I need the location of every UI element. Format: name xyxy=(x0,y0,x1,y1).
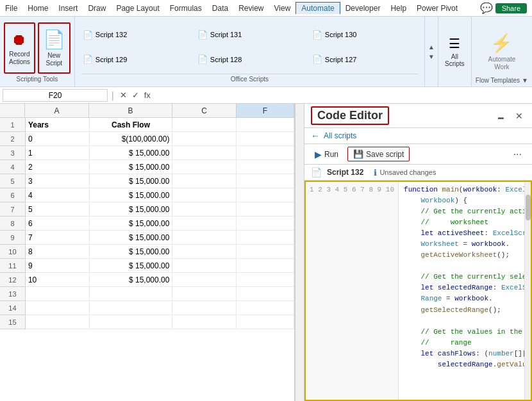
menu-automate[interactable]: Automate xyxy=(295,2,340,14)
script-129[interactable]: 📄 Script 129 xyxy=(81,54,188,65)
cell-b7[interactable]: $ 15,000.00 xyxy=(90,202,173,217)
cell-f2[interactable] xyxy=(237,132,294,146)
cell-a2[interactable]: 0 xyxy=(26,132,90,146)
col-header-f[interactable]: F xyxy=(237,104,294,118)
table-row[interactable]: 64$ 15,000.00 xyxy=(0,188,294,202)
cell-c7[interactable] xyxy=(172,202,237,217)
code-scrollbar[interactable] xyxy=(524,182,531,400)
cell-a12[interactable]: 10 xyxy=(26,273,90,287)
cell-c5[interactable] xyxy=(172,174,237,188)
menu-help[interactable]: Help xyxy=(385,2,411,15)
cell-a8[interactable]: 6 xyxy=(26,217,90,231)
cell-a3[interactable]: 1 xyxy=(26,146,90,160)
cell-f4[interactable] xyxy=(237,160,294,174)
cell-b5[interactable]: $ 15,000.00 xyxy=(90,174,173,188)
menu-home[interactable]: Home xyxy=(22,2,53,15)
cell-f12[interactable] xyxy=(237,273,294,287)
table-row[interactable]: 97$ 15,000.00 xyxy=(0,231,294,245)
cell-c3[interactable] xyxy=(172,146,237,160)
formula-input[interactable] xyxy=(155,90,529,101)
cell-b9[interactable]: $ 15,000.00 xyxy=(90,231,173,245)
cell-a9[interactable]: 7 xyxy=(26,231,90,245)
cell-a4[interactable]: 2 xyxy=(26,160,90,174)
cell-a14[interactable] xyxy=(26,301,90,315)
cell-a13[interactable] xyxy=(26,287,90,301)
code-area[interactable]: 1 2 3 4 5 6 7 8 9 10 function main(workb… xyxy=(304,181,532,401)
minimize-icon[interactable]: 🗕 xyxy=(494,110,508,122)
cell-f10[interactable] xyxy=(237,245,294,259)
script-128[interactable]: 📄 Script 128 xyxy=(196,54,303,65)
col-header-a[interactable]: A xyxy=(25,104,89,118)
script-132[interactable]: 📄 Script 132 xyxy=(81,29,188,40)
table-row[interactable]: 31$ 15,000.00 xyxy=(0,146,294,160)
cell-f9[interactable] xyxy=(237,231,294,245)
cell-b10[interactable]: $ 15,000.00 xyxy=(90,245,173,259)
menu-formulas[interactable]: Formulas xyxy=(165,2,207,15)
cell-f6[interactable] xyxy=(237,188,294,202)
table-row[interactable]: 15 xyxy=(0,315,294,329)
table-row[interactable]: 1210$ 15,000.00 xyxy=(0,273,294,287)
cell-f15[interactable] xyxy=(237,315,294,329)
automate-work-button[interactable]: ⚡ AutomateWork xyxy=(485,27,518,77)
cell-b11[interactable]: $ 15,000.00 xyxy=(90,259,173,273)
table-row[interactable]: 119$ 15,000.00 xyxy=(0,259,294,273)
cell-f3[interactable] xyxy=(237,146,294,160)
close-icon[interactable]: ✕ xyxy=(513,110,526,122)
cell-a5[interactable]: 3 xyxy=(26,174,90,188)
back-arrow-icon[interactable]: ← xyxy=(311,131,320,141)
cell-a6[interactable]: 4 xyxy=(26,188,90,202)
menu-developer[interactable]: Developer xyxy=(340,2,386,15)
cell-f13[interactable] xyxy=(237,287,294,301)
share-button[interactable]: Share xyxy=(495,3,527,13)
cell-b6[interactable]: $ 15,000.00 xyxy=(90,188,173,202)
menu-power-pivot[interactable]: Power Pivot xyxy=(411,2,463,15)
cell-b4[interactable]: $ 15,000.00 xyxy=(90,160,173,174)
scroll-up-arrow[interactable]: ▲ xyxy=(426,42,436,52)
cell-a15[interactable] xyxy=(26,315,90,329)
menu-page-layout[interactable]: Page Layout xyxy=(111,2,164,15)
script-127[interactable]: 📄 Script 127 xyxy=(311,54,418,65)
table-row[interactable]: 86$ 15,000.00 xyxy=(0,217,294,231)
table-row[interactable]: 53$ 15,000.00 xyxy=(0,174,294,188)
cell-c10[interactable] xyxy=(172,245,237,259)
cell-f11[interactable] xyxy=(237,259,294,273)
cell-b3[interactable]: $ 15,000.00 xyxy=(90,146,173,160)
table-row[interactable]: 42$ 15,000.00 xyxy=(0,160,294,174)
menu-review[interactable]: Review xyxy=(233,2,269,15)
scroll-down-arrow[interactable]: ▼ xyxy=(426,52,436,61)
cell-c8[interactable] xyxy=(172,217,237,231)
cell-c12[interactable] xyxy=(172,273,237,287)
cell-a11[interactable]: 9 xyxy=(26,259,90,273)
cell-b12[interactable]: $ 15,000.00 xyxy=(90,273,173,287)
cell-b1[interactable]: Cash Flow xyxy=(90,118,173,132)
cell-f14[interactable] xyxy=(237,301,294,315)
cell-f5[interactable] xyxy=(237,174,294,188)
cell-a7[interactable]: 5 xyxy=(26,202,90,217)
vertical-scrollbar[interactable] xyxy=(295,104,304,401)
cell-c6[interactable] xyxy=(172,188,237,202)
cell-f7[interactable] xyxy=(237,202,294,217)
more-options-button[interactable]: ··· xyxy=(510,147,526,161)
menu-file[interactable]: File xyxy=(0,2,22,15)
cell-f8[interactable] xyxy=(237,217,294,231)
cell-b2[interactable]: $(100,000.00) xyxy=(90,132,173,146)
cell-a10[interactable]: 8 xyxy=(26,245,90,259)
menu-view[interactable]: View xyxy=(269,2,296,15)
menu-insert[interactable]: Insert xyxy=(53,2,83,15)
comment-icon[interactable]: 💬 xyxy=(480,2,493,14)
cell-c4[interactable] xyxy=(172,160,237,174)
col-header-b[interactable]: B xyxy=(89,104,172,118)
cell-f1[interactable] xyxy=(237,118,294,132)
cell-b13[interactable] xyxy=(90,287,173,301)
all-scripts-nav-link[interactable]: All scripts xyxy=(324,131,356,140)
new-script-button[interactable]: 📄 NewScript xyxy=(38,22,71,74)
run-button[interactable]: ▶ Run xyxy=(311,148,342,161)
table-row[interactable]: 75$ 15,000.00 xyxy=(0,202,294,217)
table-row[interactable]: 1YearsCash Flow xyxy=(0,118,294,132)
cell-b14[interactable] xyxy=(90,301,173,315)
cell-c9[interactable] xyxy=(172,231,237,245)
cell-c15[interactable] xyxy=(172,315,237,329)
script-131[interactable]: 📄 Script 131 xyxy=(196,29,303,40)
cell-reference-input[interactable] xyxy=(3,89,108,102)
menu-data[interactable]: Data xyxy=(207,2,233,15)
